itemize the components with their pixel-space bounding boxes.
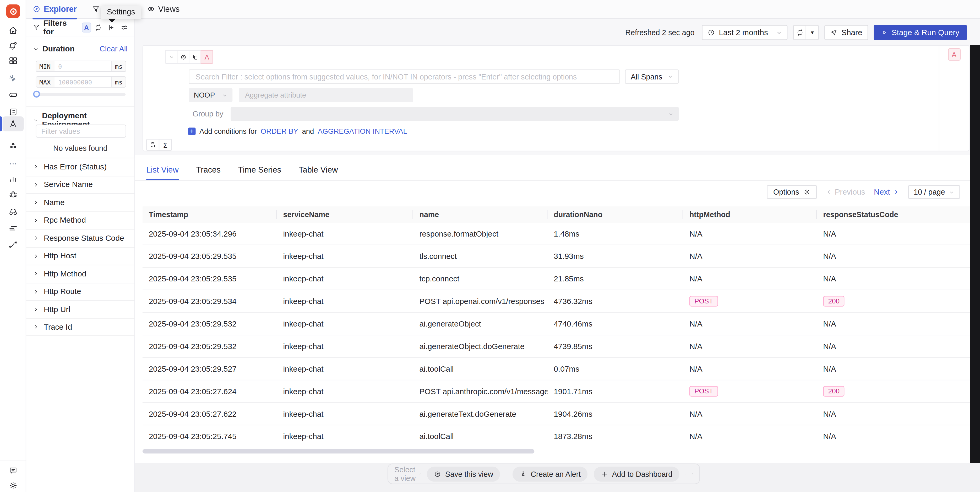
tab-views[interactable]: Views (147, 0, 180, 18)
column-header-httpMethod[interactable]: httpMethod (683, 206, 817, 223)
filter-section-item[interactable]: Rpc Method (26, 211, 134, 229)
column-header-Timestamp[interactable]: Timestamp (143, 206, 277, 223)
add-to-dashboard-button[interactable]: Add to Dashboard (594, 466, 679, 481)
page-size-select[interactable]: 10 / page (908, 185, 960, 199)
more-icon[interactable] (8, 159, 18, 169)
create-alert-button[interactable]: Create an Alert (512, 466, 587, 481)
stage-run-query-button[interactable]: Stage & Run Query (873, 25, 967, 40)
filter-section-item[interactable]: Http Method (26, 265, 134, 283)
view-tab-list-view[interactable]: List View (146, 159, 179, 180)
filter-section-item[interactable]: Http Route (26, 283, 134, 300)
chevron-down-icon (33, 117, 38, 123)
view-tab-traces[interactable]: Traces (196, 159, 221, 180)
duration-min-input[interactable] (54, 61, 111, 71)
table-row[interactable]: 2025-09-04 23:05:29.534inkeep-chatPOST a… (143, 290, 970, 313)
sync-filters-icon[interactable] (94, 23, 102, 31)
column-header-name[interactable]: name (413, 206, 548, 223)
filter-section-item[interactable]: Trace Id (26, 318, 134, 336)
service-map-icon[interactable] (8, 207, 18, 217)
view-tabs: List ViewTracesTime SeriesTable View (146, 159, 338, 180)
filter-settings-icon[interactable] (121, 23, 128, 31)
filter-section-item[interactable]: Has Error (Status) (26, 158, 134, 176)
copy-query-button[interactable] (189, 50, 201, 64)
filter-section-label: Http Url (44, 305, 70, 314)
share-button[interactable]: Share (825, 25, 868, 40)
column-header-serviceName[interactable]: serviceName (277, 206, 413, 223)
table-row[interactable]: 2025-09-04 23:05:27.622inkeep-chatai.gen… (143, 403, 970, 425)
aggregate-operator-select[interactable]: NOOP (189, 88, 232, 102)
options-button[interactable]: Options (767, 185, 816, 199)
filter-section-item[interactable]: Service Name (26, 176, 134, 193)
filter-section-item[interactable]: Response Status Code (26, 229, 134, 247)
settings-gear-icon[interactable] (8, 481, 18, 490)
add-condition-button[interactable]: + (188, 128, 196, 135)
table-row[interactable]: 2025-09-04 23:05:25.745inkeep-chatai.too… (143, 425, 970, 448)
pointer-icon[interactable] (8, 74, 18, 84)
add-formula-button[interactable]: Σ (159, 139, 172, 151)
integrations-icon[interactable] (8, 240, 18, 250)
page-scrollbar[interactable] (970, 45, 980, 463)
deployment-filter-input[interactable] (36, 125, 126, 138)
filters-query-badge[interactable]: A (82, 22, 91, 32)
query-label-badge[interactable]: A (201, 50, 213, 64)
cell-durationNano: 31.93ms (547, 245, 683, 267)
duration-section-header[interactable]: Duration Clear All (33, 44, 127, 53)
messaging-queues-icon[interactable] (8, 141, 18, 151)
filter-section-item[interactable]: Http Url (26, 300, 134, 318)
select-view-dropdown[interactable]: Select a view (395, 465, 421, 482)
table-row[interactable]: 2025-09-04 23:05:27.624inkeep-chatPOST a… (143, 380, 970, 403)
filter-section-item[interactable]: Name (26, 193, 134, 211)
refresh-button[interactable] (793, 25, 806, 40)
aggregation-interval-link[interactable]: AGGREGATION INTERVAL (318, 128, 407, 135)
cell-name: ai.generateObject (413, 313, 548, 335)
table-row[interactable]: 2025-09-04 23:05:29.535inkeep-chattcp.co… (143, 268, 970, 290)
collapse-query-button[interactable] (165, 50, 178, 64)
table-row[interactable]: 2025-09-04 23:05:34.296inkeep-chatrespon… (143, 223, 970, 245)
compass-icon (32, 5, 41, 13)
chevron-right-icon (33, 217, 38, 223)
support-chat-icon[interactable] (8, 465, 18, 476)
dashboards-icon[interactable] (8, 56, 18, 65)
column-header-responseStatusCode[interactable]: responseStatusCode (817, 206, 970, 223)
toggle-visibility-button[interactable] (177, 50, 189, 64)
column-header-durationNano[interactable]: durationNano (547, 206, 683, 223)
home-icon[interactable] (8, 26, 18, 36)
horizontal-scrollbar[interactable] (143, 449, 535, 454)
http-method-tag: POST (689, 386, 718, 397)
table-row[interactable]: 2025-09-04 23:05:29.527inkeep-chatai.too… (143, 358, 970, 380)
cell-timestamp: 2025-09-04 23:05:29.532 (143, 313, 277, 335)
filter-section-item[interactable]: Http Host (26, 247, 134, 265)
order-by-link[interactable]: ORDER BY (261, 128, 298, 135)
exceptions-icon[interactable] (8, 190, 18, 200)
signoz-logo[interactable] (6, 5, 20, 18)
chevron-left-icon (826, 189, 832, 195)
table-row[interactable]: 2025-09-04 23:05:29.535inkeep-chattls.co… (143, 245, 970, 268)
spans-scope-select[interactable]: All Spans (625, 70, 679, 84)
time-range-select[interactable]: Last 2 months (702, 25, 788, 40)
info-icon[interactable] (686, 470, 686, 478)
view-tab-time-series[interactable]: Time Series (238, 159, 281, 180)
query-rail-badge[interactable]: A (948, 48, 960, 61)
alerts-icon[interactable] (8, 41, 18, 51)
tab-explorer[interactable]: Explorer (32, 0, 77, 18)
view-tab-table-view[interactable]: Table View (299, 159, 338, 180)
duration-slider-handle[interactable] (33, 91, 40, 97)
duration-max-input[interactable] (54, 77, 111, 87)
metrics-icon[interactable] (8, 174, 18, 184)
settings-tooltip-caret (108, 19, 116, 27)
table-row[interactable]: 2025-09-04 23:05:29.532inkeep-chatai.gen… (143, 313, 970, 335)
duration-slider-track[interactable] (36, 93, 126, 96)
logs-icon[interactable] (8, 107, 18, 117)
table-row[interactable]: 2025-09-04 23:05:29.532inkeep-chatai.gen… (143, 335, 970, 358)
save-view-button[interactable]: Save this view (427, 466, 500, 481)
traces-icon[interactable] (8, 119, 18, 129)
add-query-button[interactable] (146, 139, 159, 151)
infrastructure-icon[interactable] (8, 89, 18, 99)
dock-panel-icon[interactable] (692, 469, 693, 479)
refresh-dropdown-button[interactable]: ▼ (806, 25, 819, 40)
search-filter-input[interactable] (189, 70, 620, 84)
pipelines-icon[interactable] (8, 224, 18, 233)
previous-page-button[interactable]: Previous (826, 188, 865, 196)
next-page-button[interactable]: Next (874, 188, 899, 196)
clear-all-link[interactable]: Clear All (100, 44, 127, 53)
